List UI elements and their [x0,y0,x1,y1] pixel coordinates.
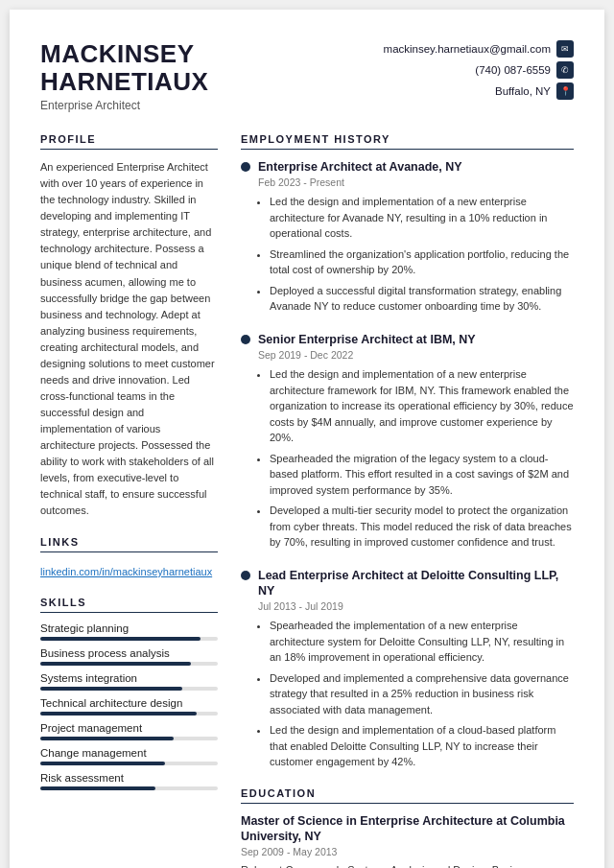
degree-title: Master of Science in Enterprise Architec… [241,813,574,845]
skill-item: Risk assessment [40,772,218,790]
skill-name: Strategic planning [40,622,218,634]
skill-item: Business process analysis [40,647,218,666]
job-bullets: Spearheaded the implementation of a new … [258,618,574,770]
bullet-item: Streamlined the organization's applicati… [270,246,574,278]
header: MACKINSEY HARNETIAUX Enterprise Architec… [40,40,574,112]
job-header: Lead Enterprise Architect at Deloitte Co… [241,568,574,599]
job-dates: Sep 2019 - Dec 2022 [258,349,574,361]
location-text: Buffalo, NY [495,85,551,97]
bullet-item: Led the design and implementation of a n… [270,194,574,242]
bullet-item: Developed and implemented a comprehensiv… [270,670,574,718]
job-dot [241,335,250,344]
header-left: MACKINSEY HARNETIAUX Enterprise Architec… [40,40,208,112]
skill-bar-bg [40,762,218,765]
job-entry: Senior Enterprise Architect at IBM, NY S… [241,332,574,551]
job-title-text: Lead Enterprise Architect at Deloitte Co… [258,568,574,599]
skill-item: Change management [40,747,218,765]
skill-bar-fill [40,762,165,765]
job-header: Enterprise Architect at Avanade, NY [241,159,574,175]
job-title-text: Senior Enterprise Architect at IBM, NY [258,332,476,347]
skill-name: Change management [40,747,218,759]
education-block: Master of Science in Enterprise Architec… [241,813,574,868]
skill-bar-bg [40,687,218,691]
skill-name: Risk assessment [40,772,218,784]
skill-name: Systems integration [40,672,218,684]
linkedin-link[interactable]: linkedin.com/in/mackinseyharnetiaux [40,566,212,577]
links-section-title: LINKS [40,536,218,552]
full-name: MACKINSEY HARNETIAUX [40,40,208,95]
left-column: PROFILE An experienced Enterprise Archit… [40,133,218,868]
skill-bar-bg [40,662,218,666]
skill-name: Business process analysis [40,647,218,659]
job-entry: Enterprise Architect at Avanade, NY Feb … [241,159,574,315]
job-dot [241,571,250,580]
job-bullets: Led the design and implementation of a n… [258,366,574,551]
content: PROFILE An experienced Enterprise Archit… [40,133,574,868]
education-section-title: EDUCATION [241,787,574,804]
skills-list: Strategic planning Business process anal… [40,622,218,790]
bullet-item: Spearheaded the migration of the legacy … [270,451,574,499]
skill-bar-bg [40,737,218,740]
email-icon: ✉ [556,40,574,58]
location-icon: 📍 [556,82,574,100]
skill-bar-bg [40,712,218,716]
skill-bar-fill [40,687,182,691]
bullet-item: Developed a multi-tier security model to… [270,503,574,551]
skill-bar-bg [40,786,218,790]
skill-name: Technical architecture design [40,697,218,709]
bullet-item: Deployed a successful digital transforma… [270,283,574,315]
edu-dates: Sep 2009 - May 2013 [241,846,574,857]
job-dates: Jul 2013 - Jul 2019 [258,600,574,612]
skill-name: Project management [40,722,218,734]
bullet-item: Led the design and implementation of a c… [270,722,574,770]
phone-row: (740) 087-6559 ✆ [475,61,574,79]
skill-bar-fill [40,712,197,716]
header-right: mackinsey.harnetiaux@gmail.com ✉ (740) 0… [384,40,574,100]
profile-section-title: PROFILE [40,133,218,150]
skills-section-title: SKILLS [40,597,218,613]
resume-container: MACKINSEY HARNETIAUX Enterprise Architec… [10,10,604,868]
location-row: Buffalo, NY 📍 [495,82,574,100]
skill-item: Technical architecture design [40,697,218,716]
email-row: mackinsey.harnetiaux@gmail.com ✉ [384,40,574,58]
skill-item: Strategic planning [40,622,218,641]
skill-bar-fill [40,737,174,740]
coursework-text: Relevant Coursework: Systems Analysis an… [241,862,574,868]
jobs-list: Enterprise Architect at Avanade, NY Feb … [241,159,574,770]
right-column: EMPLOYMENT HISTORY Enterprise Architect … [241,133,574,868]
employment-section-title: EMPLOYMENT HISTORY [241,133,574,150]
job-entry: Lead Enterprise Architect at Deloitte Co… [241,568,574,770]
skill-item: Project management [40,722,218,740]
job-bullets: Led the design and implementation of a n… [258,194,574,315]
profile-text: An experienced Enterprise Architect with… [40,159,218,519]
job-title-text: Enterprise Architect at Avanade, NY [258,159,462,175]
bullet-item: Spearheaded the implementation of a new … [270,618,574,666]
job-dates: Feb 2023 - Present [258,176,574,188]
skill-bar-fill [40,786,155,790]
job-header: Senior Enterprise Architect at IBM, NY [241,332,574,347]
phone-icon: ✆ [556,61,574,79]
skill-bar-fill [40,662,191,666]
job-dot [241,162,250,172]
skill-item: Systems integration [40,672,218,691]
phone-text: (740) 087-6559 [475,64,551,76]
email-text: mackinsey.harnetiaux@gmail.com [384,43,551,55]
skill-bar-fill [40,637,201,641]
skill-bar-bg [40,637,218,641]
bullet-item: Led the design and implementation of a n… [270,366,574,446]
job-title: Enterprise Architect [40,99,208,112]
